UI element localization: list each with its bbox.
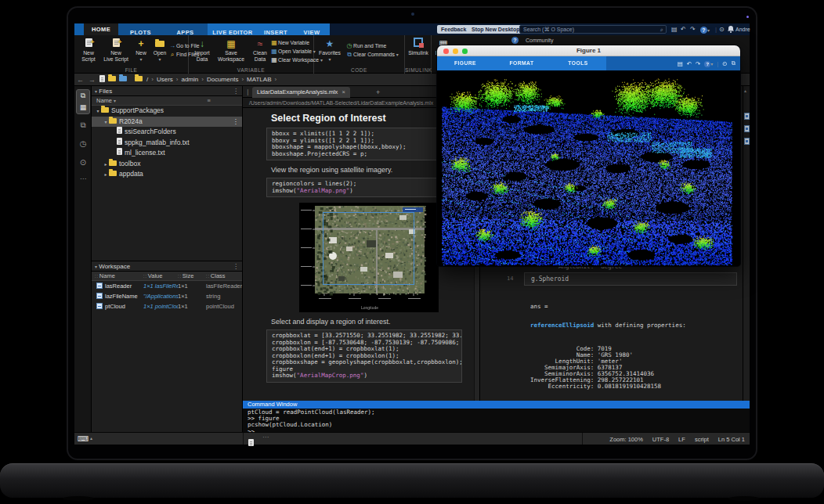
close-window-button[interactable] xyxy=(443,49,449,54)
globe-icon[interactable]: ⊙ xyxy=(722,60,727,67)
panel-switcher[interactable]: ⧉ ▦ xyxy=(76,89,90,114)
close-tab-icon[interactable]: × xyxy=(342,88,345,95)
files-panel-icon[interactable]: ⧉ xyxy=(77,90,89,102)
document-scroll-strip[interactable]: ▴ xyxy=(743,86,750,401)
editor-tab[interactable]: LidarDataExampleAnalysis.mlx× xyxy=(252,87,350,98)
help-icon[interactable]: ?▾ xyxy=(700,26,710,34)
keyboard-caret-icon[interactable]: ▴ xyxy=(90,435,92,441)
notebook-icon[interactable] xyxy=(248,435,254,449)
class-link[interactable]: referenceEllipsoid xyxy=(530,322,594,329)
tree-item-appdata[interactable]: ▸appdata xyxy=(92,169,242,180)
tab-tools[interactable]: TOOLS xyxy=(550,56,606,70)
tree-item-sppkg-matlab-info[interactable]: sppkg_matlab_info.txt xyxy=(92,138,242,149)
scroll-up-icon[interactable]: ▴ xyxy=(744,88,746,93)
help-icon[interactable]: ?▾ xyxy=(704,60,713,67)
bell-icon[interactable] xyxy=(728,26,734,34)
recent-files-icon[interactable]: ◷ xyxy=(74,139,92,148)
workspace-row-lasreader[interactable]: lasReader 1×1 lasFileRe… 1×1 lasFileRead… xyxy=(92,281,242,291)
favorites-button[interactable]: ★ Favorites▾ xyxy=(316,38,344,63)
figure-title-bar[interactable]: Figure 1 xyxy=(437,45,740,56)
crumb-matlab[interactable]: MATLAB xyxy=(247,76,271,83)
files-column-header[interactable]: Name ▾ ≡ xyxy=(92,96,242,106)
crumb-admin[interactable]: admin xyxy=(181,76,198,83)
code-block-3[interactable]: 25cropbboxlat = [33.2571550; 33.2551982;… xyxy=(266,329,462,383)
new-doc-icon[interactable] xyxy=(99,75,105,84)
clean-data-button[interactable]: ≈ CleanData xyxy=(248,38,272,62)
community-link[interactable]: Community xyxy=(526,38,553,43)
tab-format[interactable]: FORMAT xyxy=(493,56,550,70)
save-workspace-button[interactable]: ▦ SaveWorkspace xyxy=(214,38,248,62)
new-tab-icon[interactable]: + xyxy=(376,87,380,98)
redo-icon[interactable]: ↷ xyxy=(696,60,700,67)
grid-panel-icon[interactable]: ▦ xyxy=(77,102,89,113)
crumb-root[interactable]: / xyxy=(146,76,148,83)
new-live-script-button[interactable]: + NewLive Script xyxy=(100,38,132,62)
tree-item-ssisearchfolders[interactable]: ssiSearchFolders xyxy=(92,127,242,138)
user-menu[interactable]: Andre ▾ xyxy=(735,25,750,34)
status-encoding[interactable]: UTF-8 xyxy=(652,436,669,443)
tree-item-r2024a[interactable]: ▾R2024a ⋮ xyxy=(92,117,242,128)
forward-icon[interactable]: → xyxy=(89,76,96,84)
tree-item-supportpackages[interactable]: ▾SupportPackages xyxy=(92,106,242,117)
more-panels-icon[interactable]: ⋯ xyxy=(74,175,92,182)
feedback-button[interactable]: Feedback xyxy=(437,25,470,34)
row-menu-icon[interactable]: ⋮ xyxy=(233,117,240,128)
new-button[interactable]: + New▾ xyxy=(132,38,150,63)
redo-icon[interactable]: ↷ xyxy=(690,25,696,34)
workspace-row-lazfilename[interactable]: lazFileName "/Applications/… 1×1 string xyxy=(92,291,242,301)
status-eol[interactable]: LF xyxy=(678,436,685,443)
clear-commands-button[interactable]: ⧉Clear Commands ▾ xyxy=(345,50,399,59)
code-block-2[interactable]: 23regioncolors = lines(2); 24imshow("Aer… xyxy=(266,178,462,197)
resources-help-icon[interactable]: ? xyxy=(511,37,519,44)
files-menu-icon[interactable]: ⋮ xyxy=(233,86,239,96)
tab-figure[interactable]: FIGURE xyxy=(437,56,493,70)
workspace-panel-header[interactable]: ▾ Workspace ⋮ xyxy=(92,261,242,272)
addons-icon[interactable]: ⊙ xyxy=(74,158,92,167)
code-line-spheroid[interactable]: g.Spheroid xyxy=(524,272,737,286)
undo-icon[interactable]: ↶ xyxy=(681,25,686,34)
minimize-window-button[interactable] xyxy=(453,49,458,54)
sort-settings-icon[interactable]: ≡ xyxy=(208,96,211,106)
keyboard-icon[interactable]: ⌨ xyxy=(78,434,89,444)
status-file-type[interactable]: script xyxy=(695,436,709,443)
section-marker[interactable] xyxy=(744,113,750,120)
globe-icon[interactable]: ⊙ xyxy=(719,25,725,34)
crumb-documents[interactable]: Documents xyxy=(207,76,238,83)
open-folder-icon[interactable] xyxy=(108,76,116,83)
run-and-time-button[interactable]: ◷Run and Time xyxy=(345,41,399,50)
simulink-button[interactable]: Simulink xyxy=(405,38,432,56)
expand-icon[interactable]: ▾ xyxy=(95,106,101,117)
tree-item-ml-license[interactable]: ml_license.txt xyxy=(92,148,242,159)
status-zoom[interactable]: Zoom: 100% xyxy=(609,436,643,443)
back-icon[interactable]: ← xyxy=(77,76,84,84)
apps-strip-icon[interactable]: ⧉ xyxy=(74,121,92,130)
collapse-icon[interactable]: ▸ xyxy=(103,160,109,171)
lidar-point-cloud[interactable] xyxy=(437,70,740,266)
code-block-1[interactable]: 19bboxx = xlimits([1 1 2 2 1]); 20bboxy … xyxy=(266,128,462,160)
new-script-button[interactable]: + NewScript xyxy=(75,38,102,62)
copy-icon[interactable]: ⧉ xyxy=(732,59,735,67)
save-icon[interactable]: ▤ xyxy=(678,60,683,67)
command-window-header[interactable]: Command Window xyxy=(243,401,750,409)
upload-folder-icon[interactable] xyxy=(119,76,127,83)
collapse-icon[interactable]: ▸ xyxy=(103,170,109,181)
open-button[interactable]: Open▾ xyxy=(150,38,169,63)
command-window-body[interactable]: ptCloud = readPointCloud(lasReader); >> … xyxy=(243,409,750,432)
tree-item-toolbox[interactable]: ▸toolbox xyxy=(92,159,242,170)
tab-home[interactable]: HOME xyxy=(84,23,118,35)
figure-window[interactable]: Figure 1 FIGURE FORMAT TOOLS ▤ ↶ ↷ ?▾ | … xyxy=(437,45,740,266)
workspace-menu-icon[interactable]: ⋮ xyxy=(233,261,239,272)
crumb-users[interactable]: Users xyxy=(157,76,173,83)
zoom-window-button[interactable] xyxy=(462,49,468,54)
section-marker[interactable] xyxy=(744,138,750,145)
workspace-column-header[interactable]: ∷Name ∷Value ∷Size ∷Class xyxy=(92,272,242,281)
undo-icon[interactable]: ↶ xyxy=(687,60,692,67)
workspace-row-ptcloud[interactable]: ptCloud 1×1 pointCloud 1×1 pointCloud xyxy=(92,301,242,311)
expand-icon[interactable]: ▾ xyxy=(103,117,109,128)
search-input[interactable]: Search (⌘ O Space) ⌕ xyxy=(519,25,667,34)
files-panel-header[interactable]: ▾ Files ⋮ xyxy=(92,86,242,96)
stop-new-desktop-button[interactable]: Stop New Desktop xyxy=(468,25,523,34)
save-icon[interactable]: ▤ xyxy=(671,25,678,34)
import-data-button[interactable]: ↓ ImportData xyxy=(190,38,214,62)
section-marker[interactable] xyxy=(744,125,750,132)
